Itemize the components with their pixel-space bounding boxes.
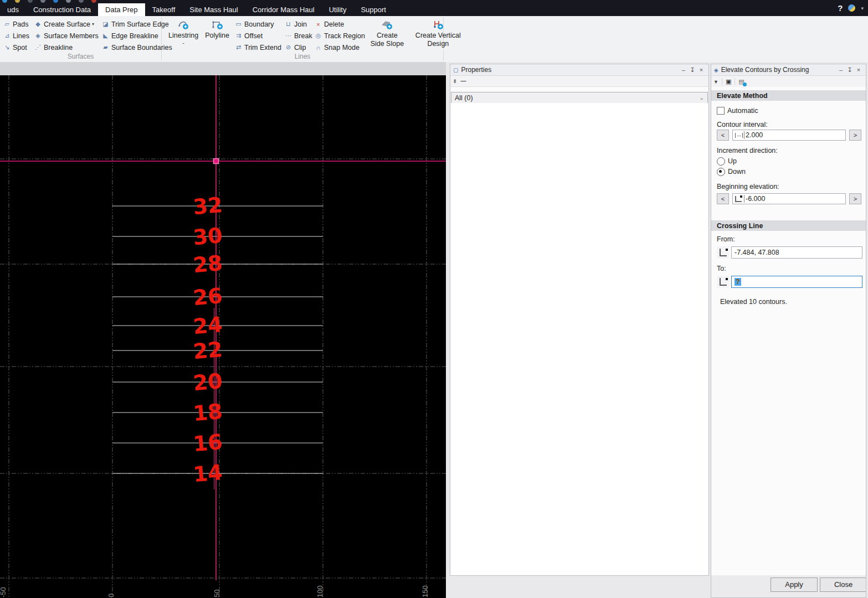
create-side-slope-button[interactable]: Create Side Slope xyxy=(367,18,408,53)
ribbon-item-trim-surface-edge[interactable]: ◪Trim Surface Edge xyxy=(101,18,168,30)
tab-site-mass-haul[interactable]: Site Mass Haul xyxy=(182,3,245,16)
quick-access-icon[interactable] xyxy=(2,0,7,3)
quick-access-icon[interactable] xyxy=(91,0,96,3)
interval-increment-button[interactable]: > xyxy=(849,130,861,141)
divider xyxy=(735,78,735,85)
elevation-increment-button[interactable]: > xyxy=(849,193,861,204)
tab-utility[interactable]: Utility xyxy=(322,3,354,16)
quick-access-icon[interactable] xyxy=(79,0,84,3)
application-window: udsConstruction DataData PrepTakeoffSite… xyxy=(0,0,868,598)
to-coordinate-value: ? xyxy=(735,278,741,286)
tab-data-prep[interactable]: Data Prep xyxy=(98,3,145,16)
ribbon-item-join[interactable]: ⊔Join xyxy=(284,18,311,30)
close-icon[interactable]: × xyxy=(697,66,706,73)
ribbon-item-boundary[interactable]: ▭Boundary xyxy=(234,18,281,30)
quick-access-icon[interactable] xyxy=(53,0,58,3)
plan-view-canvas[interactable]: 32302826242220181614-50050100150 xyxy=(0,75,446,598)
pin-icon[interactable]: ↧ xyxy=(845,66,854,74)
linestring-dropdown-dash[interactable]: - xyxy=(182,40,184,45)
trim-surface-edge-icon: ◪ xyxy=(101,20,110,28)
pin-small-icon[interactable]: ⇟ xyxy=(453,78,457,84)
direction-down-radio[interactable] xyxy=(717,168,725,176)
beginning-elevation-field[interactable]: -6.000 xyxy=(732,193,846,204)
pads-icon: ▱ xyxy=(3,20,11,28)
properties-body xyxy=(451,103,708,575)
quick-access-icon[interactable] xyxy=(28,0,33,3)
ribbon-item-track-region[interactable]: ◎Track Region xyxy=(314,30,365,42)
quick-access-icon[interactable] xyxy=(66,0,71,3)
minimize-icon[interactable]: – xyxy=(836,66,845,73)
close-icon[interactable]: × xyxy=(854,66,863,73)
layers-stack-icon[interactable]: ▤ xyxy=(738,78,744,85)
polyline-label: Polyline xyxy=(205,32,229,40)
to-pick-button[interactable] xyxy=(717,276,729,288)
chevron-down-icon[interactable]: ▾ xyxy=(861,6,864,11)
surface-boundaries-icon: ▰ xyxy=(101,44,110,51)
ribbon-item-spot[interactable]: ↘Spot xyxy=(3,42,28,53)
collapse-icon[interactable]: — xyxy=(460,78,466,84)
account-sphere-icon[interactable] xyxy=(848,4,855,12)
panel-divider[interactable] xyxy=(446,62,450,598)
tab-takeoff[interactable]: Takeoff xyxy=(145,3,183,16)
axis-tick-label: 150 xyxy=(421,585,429,597)
quick-access-icon[interactable] xyxy=(15,0,20,3)
plan-view[interactable]: 32302826242220181614-50050100150 xyxy=(0,62,446,598)
dropdown-caret-icon[interactable]: ▾ xyxy=(92,22,94,27)
ribbon-item-offset[interactable]: ⇉Offset xyxy=(234,30,281,42)
selection-filter-dropdown[interactable]: All (0) ⌄ xyxy=(451,92,708,104)
ribbon-item-create-surface[interactable]: ◆Create Surface▾ xyxy=(34,18,98,30)
trim-extend-icon: ⇄ xyxy=(234,44,243,51)
polyline-button[interactable]: Polyline xyxy=(202,18,233,53)
group-label-lines: Lines xyxy=(162,53,443,60)
minimize-icon[interactable]: – xyxy=(679,66,688,73)
linestring-label: Linestring xyxy=(168,32,198,40)
clip-icon: ⊘ xyxy=(284,44,292,51)
apply-button[interactable]: Apply xyxy=(771,578,818,592)
break-icon: ⋯ xyxy=(284,32,292,39)
elevation-decrement-button[interactable]: < xyxy=(717,193,729,204)
direction-up-radio[interactable] xyxy=(717,157,725,166)
ribbon-item-label: Trim Surface Edge xyxy=(111,20,169,28)
automatic-checkbox[interactable] xyxy=(717,107,725,115)
view-options-icon[interactable]: ▣ xyxy=(726,78,731,85)
pin-icon[interactable]: ↧ xyxy=(688,66,697,74)
to-coordinate-field[interactable]: ? xyxy=(731,276,862,288)
close-button[interactable]: Close xyxy=(820,578,866,592)
contour-interval-field[interactable]: ↔ 2.000 xyxy=(732,130,846,141)
track-region-icon: ◎ xyxy=(314,32,322,39)
ribbon-item-breakline[interactable]: ⋰Breakline xyxy=(34,42,98,53)
ribbon-item-label: Breakline xyxy=(44,44,73,51)
ribbon-item-surface-members[interactable]: ◈Surface Members xyxy=(34,30,98,42)
create-vertical-design-button[interactable]: Create Vertical Design xyxy=(408,18,469,53)
help-icon[interactable]: ? xyxy=(838,3,843,13)
linestring-button[interactable]: Linestring - xyxy=(165,18,202,53)
ribbon-item-surface-boundaries[interactable]: ▰Surface Boundaries xyxy=(101,42,168,53)
ribbon-item-break[interactable]: ⋯Break xyxy=(284,30,311,42)
tab-support[interactable]: Support xyxy=(353,3,393,16)
ribbon-item-edge-breakline[interactable]: ◣Edge Breakline xyxy=(101,30,168,42)
from-pick-button[interactable] xyxy=(717,246,729,259)
contour-elevation-label: 24 xyxy=(192,312,224,339)
ribbon-item-label: Trim Extend xyxy=(244,44,281,51)
from-coordinate-field[interactable]: -7.484, 47.808 xyxy=(731,246,862,259)
beginning-elevation-value[interactable]: -6.000 xyxy=(744,195,765,203)
quick-access-icon[interactable] xyxy=(40,0,45,3)
ribbon-item-clip[interactable]: ⊘Clip xyxy=(284,42,311,53)
elevate-panel-title: Elevate Contours by Crossing xyxy=(721,66,836,74)
tab-construction-data[interactable]: Construction Data xyxy=(26,3,98,16)
ribbon-item-label: Track Region xyxy=(324,32,365,40)
chevron-down-icon[interactable]: ▼ xyxy=(713,79,718,85)
interval-decrement-button[interactable]: < xyxy=(717,130,729,141)
ribbon-item-delete[interactable]: ×Delete xyxy=(314,18,365,30)
ribbon-item-trim-extend[interactable]: ⇄Trim Extend xyxy=(234,42,281,53)
ribbon-item-snap-mode[interactable]: ∩Snap Mode xyxy=(314,42,365,53)
create-side-slope-label: Create Side Slope xyxy=(370,32,404,48)
ribbon-item-lines[interactable]: ⊿Lines xyxy=(3,30,28,42)
edge-breakline-icon: ◣ xyxy=(101,32,110,39)
tab-corridor-mass-haul[interactable]: Corridor Mass Haul xyxy=(245,3,322,16)
contour-interval-value[interactable]: 2.000 xyxy=(744,131,763,139)
tab-uds[interactable]: uds xyxy=(0,3,26,16)
ribbon-item-pads[interactable]: ▱Pads xyxy=(3,18,28,30)
direction-down-label: Down xyxy=(728,168,746,176)
section-header-crossing-line: Crossing Line xyxy=(711,220,866,231)
